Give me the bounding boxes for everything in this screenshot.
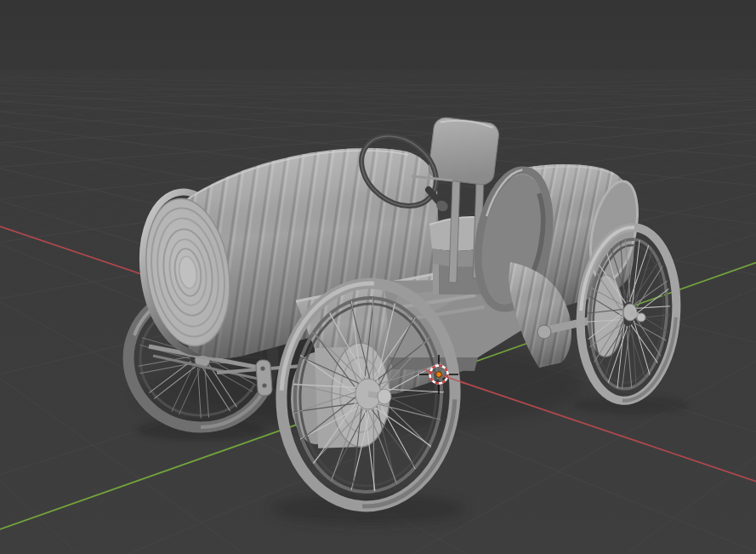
- front-axle-plate: [256, 359, 273, 396]
- cursor-center-dot: [436, 372, 442, 378]
- viewport-canvas[interactable]: [0, 0, 756, 554]
- blender-3d-viewport[interactable]: [0, 0, 756, 554]
- seat-backrest: [428, 117, 500, 186]
